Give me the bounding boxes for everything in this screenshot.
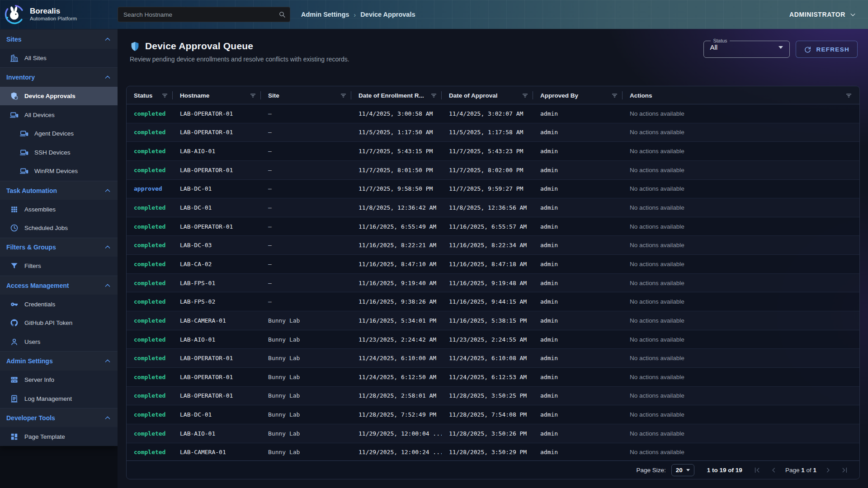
cell-site: —: [261, 129, 351, 136]
cell-approved-by: admin: [533, 355, 623, 361]
sidebar-section-header-developer-tools[interactable]: Developer Tools: [0, 408, 118, 427]
cell-status: completed: [127, 374, 173, 380]
sidebar-item-server-info[interactable]: Server Info: [0, 371, 118, 389]
sidebar-item-label: Agent Devices: [34, 130, 74, 137]
chevron-up-icon: [104, 244, 111, 251]
cell-site: —: [261, 280, 351, 286]
sidebar-item-scheduled-jobs[interactable]: Scheduled Jobs: [0, 219, 118, 238]
filter-icon[interactable]: [161, 92, 168, 99]
breadcrumb-device-approvals[interactable]: Device Approvals: [360, 11, 415, 18]
cell-approval-date: 11/28/2025, 7:54:08 PM: [442, 411, 533, 418]
status-filter-select[interactable]: Status All: [703, 38, 790, 58]
column-header-status[interactable]: Status: [127, 86, 173, 104]
filter-icon[interactable]: [430, 92, 437, 99]
cell-status: completed: [127, 317, 173, 324]
page-size-select[interactable]: 20: [671, 464, 694, 476]
cell-status: completed: [127, 223, 173, 230]
cell-hostname: LAB-FPS-01: [173, 280, 261, 286]
main-content: Device Approval Queue Review pending dev…: [118, 29, 868, 488]
cell-enrollment-date: 11/8/2025, 12:36:42 AM: [351, 204, 442, 211]
previous-page-icon[interactable]: [770, 466, 778, 474]
sidebar-item-winrm-devices[interactable]: WinRM Devices: [0, 162, 118, 181]
cell-actions: No actions available: [623, 411, 859, 418]
filter-icon[interactable]: [250, 92, 256, 99]
sidebar-section-header-task-automation[interactable]: Task Automation: [0, 181, 118, 200]
cell-actions: No actions available: [623, 374, 859, 380]
column-header-hostname[interactable]: Hostname: [173, 86, 261, 104]
breadcrumb-admin-settings[interactable]: Admin Settings: [301, 11, 349, 18]
section-label: Task Automation: [6, 187, 57, 194]
sidebar-section-header-access-management[interactable]: Access Management: [0, 276, 118, 295]
table-row[interactable]: completedLAB-AIO-01—11/7/2025, 5:43:15 P…: [127, 142, 859, 161]
table-row[interactable]: completedLAB-OPERATOR-01Bunny Lab11/24/2…: [127, 349, 859, 368]
sidebar-section-header-filters-groups[interactable]: Filters & Groups: [0, 238, 118, 257]
sidebar-section-header-sites[interactable]: Sites: [0, 30, 118, 49]
table-row[interactable]: completedLAB-DC-01Bunny Lab11/28/2025, 7…: [127, 405, 859, 424]
row-range-text: 1 to 19 of 19: [707, 467, 742, 474]
column-header-date-of-enrollment-r[interactable]: Date of Enrollment R...: [351, 86, 442, 104]
filter-icon[interactable]: [845, 92, 852, 99]
sidebar-item-filters[interactable]: Filters: [0, 257, 118, 276]
filter-icon[interactable]: [340, 92, 347, 99]
table-row[interactable]: completedLAB-DC-01—11/8/2025, 12:36:42 A…: [127, 198, 859, 217]
cell-approval-date: 11/24/2025, 6:10:08 AM: [442, 355, 533, 361]
table-row[interactable]: completedLAB-CAMERA-01Bunny Lab11/29/202…: [127, 443, 859, 460]
sidebar-item-label: Server Info: [24, 376, 54, 383]
sidebar-item-all-sites[interactable]: All Sites: [0, 49, 118, 68]
sidebar-item-label: Assemblies: [24, 206, 56, 213]
table-row[interactable]: completedLAB-DC-03—11/16/2025, 8:22:21 A…: [127, 236, 859, 255]
column-header-actions[interactable]: Actions: [623, 86, 859, 104]
sidebar-item-credentials[interactable]: Credentials: [0, 295, 118, 314]
search-input[interactable]: [118, 7, 290, 22]
user-icon: [10, 338, 19, 346]
next-page-icon[interactable]: [824, 466, 832, 474]
user-menu[interactable]: ADMINISTRATOR: [789, 11, 856, 18]
table-row[interactable]: completedLAB-OPERATOR-01—11/4/2025, 3:00…: [127, 104, 859, 123]
column-header-date-of-approval[interactable]: Date of Approval: [442, 86, 533, 104]
cell-site: Bunny Lab: [261, 374, 351, 380]
table-row[interactable]: completedLAB-OPERATOR-01Bunny Lab11/24/2…: [127, 368, 859, 387]
sidebar-item-device-approvals[interactable]: Device Approvals: [0, 87, 118, 106]
filter-icon[interactable]: [611, 92, 618, 99]
sidebar-item-log-management[interactable]: Log Management: [0, 389, 118, 408]
sidebar-item-all-devices[interactable]: All Devices: [0, 105, 118, 124]
refresh-button[interactable]: REFRESH: [796, 41, 858, 58]
table-header-row: StatusHostnameSiteDate of Enrollment R..…: [127, 86, 859, 104]
cell-site: Bunny Lab: [261, 317, 351, 324]
sidebar-item-github-api-token[interactable]: GitHub API Token: [0, 314, 118, 333]
column-header-approved-by[interactable]: Approved By: [533, 86, 623, 104]
table-row[interactable]: completedLAB-FPS-02—11/16/2025, 9:38:26 …: [127, 292, 859, 311]
table-row[interactable]: completedLAB-CAMERA-01Bunny Lab11/16/202…: [127, 311, 859, 330]
table-row[interactable]: completedLAB-CA-02—11/16/2025, 8:47:10 A…: [127, 255, 859, 274]
table-row[interactable]: completedLAB-OPERATOR-01—11/16/2025, 6:5…: [127, 217, 859, 236]
table-row[interactable]: completedLAB-FPS-01—11/16/2025, 9:19:40 …: [127, 274, 859, 293]
sidebar-item-page-template[interactable]: Page Template: [0, 427, 118, 446]
first-page-icon[interactable]: [753, 466, 761, 474]
last-page-icon[interactable]: [841, 466, 849, 474]
table-row[interactable]: completedLAB-OPERATOR-01—11/5/2025, 1:17…: [127, 123, 859, 142]
search-box: [118, 7, 290, 22]
table-row[interactable]: completedLAB-OPERATOR-01—11/7/2025, 8:01…: [127, 161, 859, 180]
filter-icon[interactable]: [522, 92, 528, 99]
sidebar-item-assemblies[interactable]: Assemblies: [0, 200, 118, 219]
cell-status: completed: [127, 392, 173, 399]
sidebar-item-users[interactable]: Users: [0, 333, 118, 352]
table-row[interactable]: approvedLAB-DC-01—11/7/2025, 9:58:50 PM1…: [127, 180, 859, 199]
cell-approval-date: 11/24/2025, 6:12:53 AM: [442, 374, 533, 380]
device-approval-table: StatusHostnameSiteDate of Enrollment R..…: [126, 86, 860, 479]
cell-approval-date: 11/28/2025, 3:50:29 PM: [442, 449, 533, 455]
column-header-site[interactable]: Site: [261, 86, 351, 104]
sidebar-item-ssh-devices[interactable]: SSH Devices: [0, 143, 118, 162]
cell-approved-by: admin: [533, 317, 623, 324]
cell-enrollment-date: 11/28/2025, 2:58:01 AM: [351, 392, 442, 399]
sidebar-section-header-admin-settings[interactable]: Admin Settings: [0, 352, 118, 371]
table-row[interactable]: completedLAB-AIO-01Bunny Lab11/23/2025, …: [127, 330, 859, 349]
sidebar-item-agent-devices[interactable]: Agent Devices: [0, 124, 118, 143]
cell-hostname: LAB-CA-02: [173, 261, 261, 267]
cell-status: completed: [127, 449, 173, 455]
cell-approval-date: 11/16/2025, 6:55:57 AM: [442, 223, 533, 230]
table-row[interactable]: completedLAB-AIO-01Bunny Lab11/29/2025, …: [127, 424, 859, 443]
table-row[interactable]: completedLAB-OPERATOR-01Bunny Lab11/28/2…: [127, 387, 859, 406]
sidebar-item-label: Scheduled Jobs: [24, 225, 68, 231]
sidebar-section-header-inventory[interactable]: Inventory: [0, 68, 118, 87]
